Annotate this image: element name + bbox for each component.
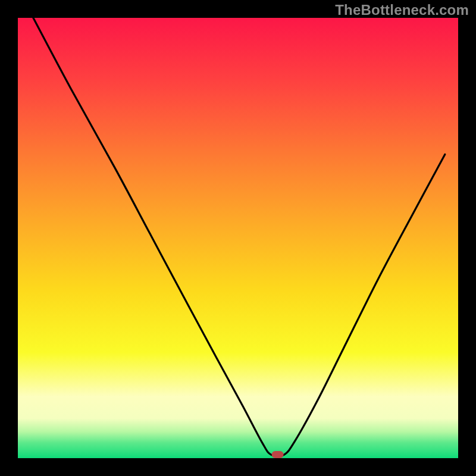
minimum-marker bbox=[272, 451, 284, 458]
watermark-text: TheBottleneck.com bbox=[335, 2, 469, 18]
plot-background bbox=[18, 18, 458, 458]
chart-frame: TheBottleneck.com bbox=[0, 0, 476, 476]
bottleneck-chart bbox=[0, 0, 476, 476]
